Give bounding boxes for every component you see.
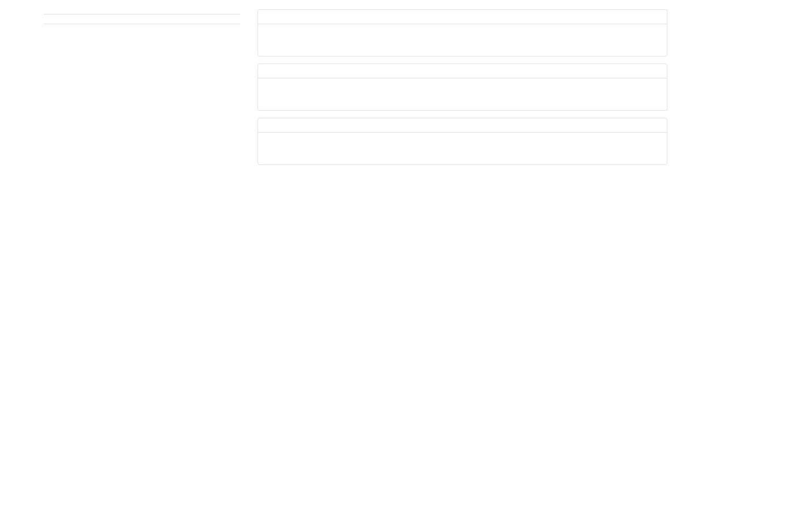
panel-header bbox=[258, 118, 667, 133]
panel-webhook-request bbox=[257, 9, 667, 57]
panel-facebook-response bbox=[257, 118, 667, 165]
panel-header bbox=[258, 10, 667, 24]
page-container bbox=[0, 0, 810, 172]
panel-body bbox=[258, 133, 667, 164]
sidebar bbox=[44, 9, 240, 172]
panel-body bbox=[258, 78, 667, 110]
sidebar-item-event[interactable] bbox=[44, 14, 240, 24]
panel-body bbox=[258, 24, 667, 56]
panel-header bbox=[258, 64, 667, 78]
panel-message-request bbox=[257, 63, 667, 111]
main-content bbox=[257, 9, 667, 172]
sidebar-title bbox=[44, 9, 240, 14]
